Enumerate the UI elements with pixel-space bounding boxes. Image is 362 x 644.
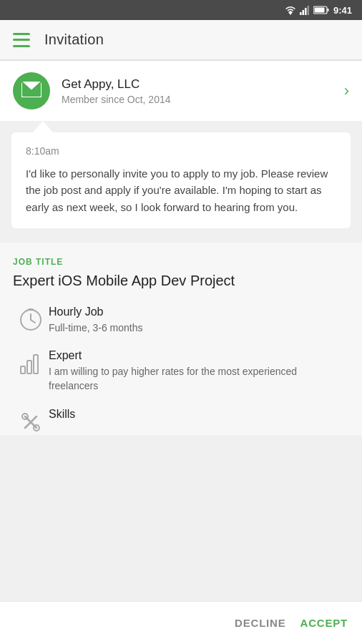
- skills-title: Skills: [49, 408, 75, 421]
- svg-rect-14: [21, 366, 25, 374]
- bars-icon: [13, 349, 49, 376]
- job-item-hourly: Hourly Job Full-time, 3-6 months: [13, 306, 349, 335]
- svg-rect-4: [307, 6, 309, 15]
- company-name: Get Appy, LLC: [62, 77, 337, 92]
- status-time: 9:41: [333, 5, 352, 16]
- action-bar: DECLINE ACCEPT: [0, 601, 362, 644]
- envelope-icon: [21, 82, 41, 100]
- decline-button[interactable]: DECLINE: [235, 617, 285, 629]
- svg-rect-3: [305, 8, 307, 15]
- battery-icon: [313, 6, 329, 14]
- status-bar: 9:41: [0, 0, 362, 20]
- svg-rect-15: [27, 361, 31, 374]
- job-item-expert: Expert I am willing to pay higher rates …: [13, 349, 349, 394]
- chevron-right-icon: ›: [344, 82, 349, 100]
- expert-desc: I am willing to pay higher rates for the…: [49, 364, 349, 394]
- menu-button[interactable]: [13, 33, 30, 47]
- svg-rect-1: [300, 12, 302, 15]
- company-member-since: Member since Oct, 2014: [62, 94, 337, 105]
- page-title: Invitation: [44, 31, 104, 48]
- svg-marker-0: [288, 11, 293, 15]
- svg-line-13: [31, 320, 35, 323]
- bubble-arrow: [33, 121, 53, 132]
- job-title-label: JOB TITLE: [13, 257, 349, 267]
- svg-marker-9: [21, 82, 41, 91]
- expert-content: Expert I am willing to pay higher rates …: [49, 349, 349, 394]
- svg-rect-2: [302, 10, 304, 15]
- message-time: 8:10am: [26, 145, 336, 157]
- expert-title: Expert: [49, 349, 349, 362]
- company-info: Get Appy, LLC Member since Oct, 2014: [62, 77, 337, 105]
- hourly-job-title: Hourly Job: [49, 306, 142, 318]
- hourly-job-desc: Full-time, 3-6 months: [49, 321, 142, 335]
- status-icons: [285, 5, 329, 15]
- message-text: I'd like to personally invite you to app…: [26, 165, 336, 215]
- skills-content: Skills: [49, 408, 75, 423]
- hourly-job-content: Hourly Job Full-time, 3-6 months: [49, 306, 142, 335]
- header: Invitation: [0, 20, 362, 60]
- clock-icon: [13, 306, 49, 333]
- wifi-icon: [285, 5, 296, 15]
- tools-icon: [13, 408, 49, 435]
- job-details: JOB TITLE Expert iOS Mobile App Dev Proj…: [0, 243, 362, 435]
- company-row[interactable]: Get Appy, LLC Member since Oct, 2014 ›: [0, 61, 362, 121]
- message-bubble: 8:10am I'd like to personally invite you…: [11, 132, 351, 228]
- svg-rect-7: [314, 8, 324, 13]
- company-avatar: [13, 72, 50, 109]
- job-item-skills: Skills: [13, 408, 349, 435]
- signal-icon: [300, 6, 310, 15]
- svg-rect-16: [34, 355, 38, 374]
- accept-button[interactable]: ACCEPT: [300, 617, 348, 629]
- message-section: 8:10am I'd like to personally invite you…: [0, 121, 362, 243]
- svg-rect-6: [327, 9, 328, 11]
- job-title-text: Expert iOS Mobile App Dev Project: [13, 271, 349, 290]
